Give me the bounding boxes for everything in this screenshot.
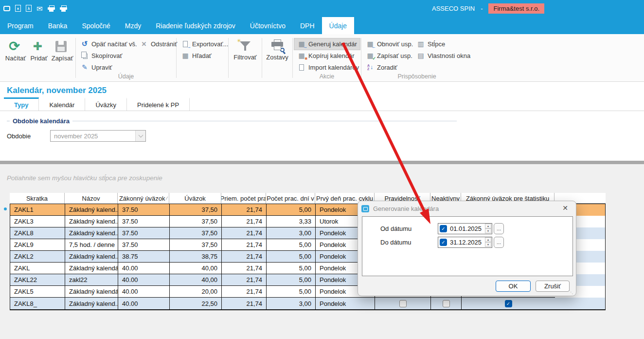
find-button[interactable]: ▦ Hľadať [178,50,215,61]
to-date-checkbox[interactable]: ✓ [440,239,447,246]
from-date-checkbox[interactable]: ✓ [440,225,447,232]
column-header-nazov[interactable]: Názov [65,193,118,204]
quick-access-toolbar: x λ ✉ [3,4,67,13]
cell-nazov: Základný kalend... [65,204,118,216]
cell-zakonny: 37.50 [118,216,170,227]
tab-kalendar[interactable]: Kalendár [39,97,85,111]
generate-calendar-button[interactable]: ▦→ Generuj kalendár [294,38,360,50]
ribbon-separator [262,38,262,78]
menu-item-banka[interactable]: Banka [41,17,75,34]
dialog-titlebar[interactable]: Generovanie kalendára ✕ [358,201,576,216]
spinner-up-icon[interactable]: ▲ [485,237,491,242]
pdf-export-icon[interactable]: λ [26,4,32,12]
spinner-down-icon[interactable]: ▼ [485,242,491,247]
reports-label: Zostavy [266,54,288,61]
cell-nazov: Základný kalend... [65,227,118,239]
to-date-spinner[interactable]: ▲▼ [485,237,491,247]
delete-button[interactable]: ✕ Odstrániť [137,38,180,50]
window-properties-button[interactable]: ▤ Vlastnosti okna [413,50,473,61]
menu-item-program[interactable]: Program [0,17,41,34]
restore-layout-button[interactable]: ▦← Obnoviť usp. [363,38,416,50]
spinner-down-icon[interactable]: ▼ [485,228,491,233]
period-field-label: Obdobie [7,132,31,140]
edit-button[interactable]: ✎ Upraviť [77,62,115,73]
app-window-icon[interactable] [3,4,10,12]
tab-uvazky[interactable]: Úväzky [85,97,127,111]
column-header-label: Počet prac. dní v [267,195,314,202]
columns-button[interactable]: ▥ Stĺpce [413,38,448,50]
tab-pridelene-k-pp[interactable]: Pridelené k PP [127,97,190,111]
reports-button[interactable]: Zostavy [264,38,291,61]
column-header-label: Skratka [26,195,48,202]
column-header-zakonny[interactable]: Zákonný úväzok∕ [118,193,169,204]
cell-zakonny: 37.50 [118,227,170,239]
combobox-dropdown-button[interactable] [135,131,145,141]
reload-all-label: Opäť načítať vš. [91,40,137,48]
load-button[interactable]: ⟳ Načítať [4,38,27,62]
column-header-uvazok[interactable]: Úväzok [169,193,221,204]
import-calendars-button[interactable]: Import kalendárov [294,62,362,73]
from-date-picker-button[interactable]: ... [494,223,504,234]
zakonny_stat-checkbox[interactable]: ✓ [505,300,512,307]
filter-button[interactable]: ✳ Filtrovať [230,38,260,61]
sort-button[interactable]: AZ↓ Zoradiť [363,62,400,73]
cancel-button[interactable]: Zrušiť [536,281,570,292]
title-separator: - [481,5,483,12]
ribbon-group-prisposobenie: ▦← Obnoviť usp. ▦✓ Zapísať usp. AZ↓ Zora… [363,37,471,80]
save-button[interactable]: Zapísať [51,38,74,62]
period-combobox[interactable]: november 2025 [50,130,146,142]
to-date-picker-button[interactable]: ... [494,237,504,248]
tab-typy[interactable]: Typy [4,97,39,111]
mail-icon[interactable]: ✉ [36,4,43,12]
splitter-bar[interactable] [0,161,644,164]
cell-nazov: Základný kalendár [65,286,118,298]
resize-grip[interactable]: ⋱ [569,289,573,295]
neaktivny-checkbox[interactable] [443,300,450,307]
cell-uvazok: 22,50 [170,298,222,309]
print-preview-icon[interactable] [60,4,67,12]
save-layout-button[interactable]: ▦✓ Zapísať usp. [363,50,415,61]
period-fieldset-legend: Obdobie kalendára [7,117,457,125]
cell-priem: 21,74 [222,239,267,251]
cell-skratka: ZAKL [10,263,65,274]
menu-item-dph[interactable]: DPH [293,17,322,34]
pravidelnost-checkbox[interactable] [399,300,407,307]
menu-item-uctovnictvo[interactable]: Účtovníctvo [243,17,293,34]
table-row[interactable]: ZAKL8_Základný kalend...40.0022,5021,743… [10,298,605,309]
copy-calendar-label: Kopíruj kalendár [308,52,355,59]
export-button[interactable]: → Exportovať... [178,38,231,50]
ribbon: ⟳ Načítať ✚ Pridať Zapísať ↺ Opäť načíta… [0,34,644,82]
generate-calendar-label: Generuj kalendár [308,40,357,48]
copy-button[interactable]: Skopírovať [77,50,125,61]
menu-item-udaje[interactable]: Údaje [322,17,355,34]
column-header-pocet[interactable]: Počet prac. dní v [266,193,315,204]
excel-export-icon[interactable]: x [15,4,21,12]
menu-item-mzdy[interactable]: Mzdy [118,17,148,34]
edit-icon: ✎ [80,63,89,71]
ok-button[interactable]: OK [496,281,531,292]
add-button[interactable]: ✚ Pridať [27,38,51,62]
print-icon[interactable] [48,4,55,12]
menu-item-spolocne[interactable]: Spoločné [74,17,117,34]
delete-icon: ✕ [140,40,148,48]
column-header-label: Zákonný úväzok [119,195,165,202]
cell-uvazok: 37,50 [170,204,222,216]
cell-priem: 21,74 [222,286,267,298]
cell-pocet: 5,00 [267,251,316,263]
column-header-skratka[interactable]: Skratka [10,193,65,204]
dialog-title: Generovanie kalendára [373,205,439,212]
close-icon[interactable]: ✕ [562,205,568,211]
from-date-field[interactable]: ✓ 01.01.2025 ▲▼ [438,223,492,234]
from-date-spinner[interactable]: ▲▼ [485,224,491,233]
import-calendar-icon [297,63,306,71]
to-date-field[interactable]: ✓ 31.12.2025 ▲▼ [438,237,492,248]
load-button-label: Načítať [5,55,26,62]
dialog-fields-panel: Od dátumu ✓ 01.01.2025 ▲▼ ... Do dátumu … [362,216,573,276]
copy-calendar-button[interactable]: ▦■ Kopíruj kalendár [294,50,358,61]
spinner-up-icon[interactable]: ▲ [485,224,491,228]
column-header-label: Priem. počet pra [221,195,266,202]
menu-item-riadenie[interactable]: Riadenie ľudských zdrojov [148,17,243,34]
reload-all-button[interactable]: ↺ Opäť načítať vš. [77,38,137,50]
dialog-app-icon [361,205,369,212]
column-header-priem[interactable]: Priem. počet pra [221,193,266,204]
